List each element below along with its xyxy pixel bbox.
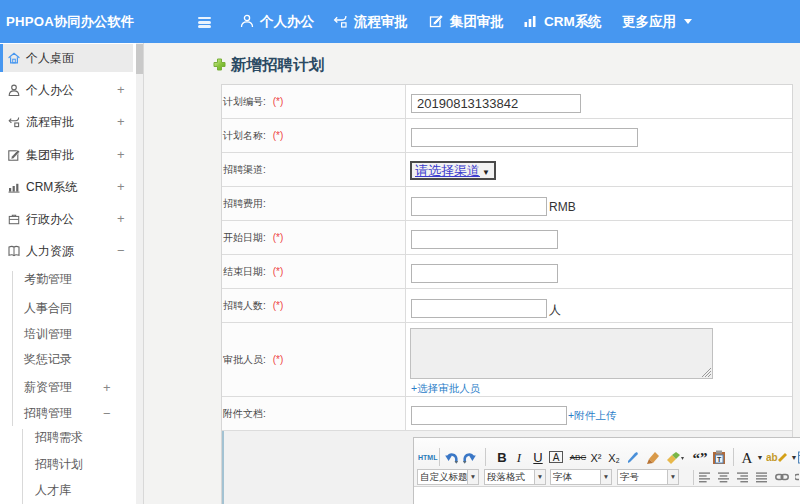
svg-text:T: T	[717, 456, 722, 463]
svg-text:ab: ab	[766, 452, 778, 463]
